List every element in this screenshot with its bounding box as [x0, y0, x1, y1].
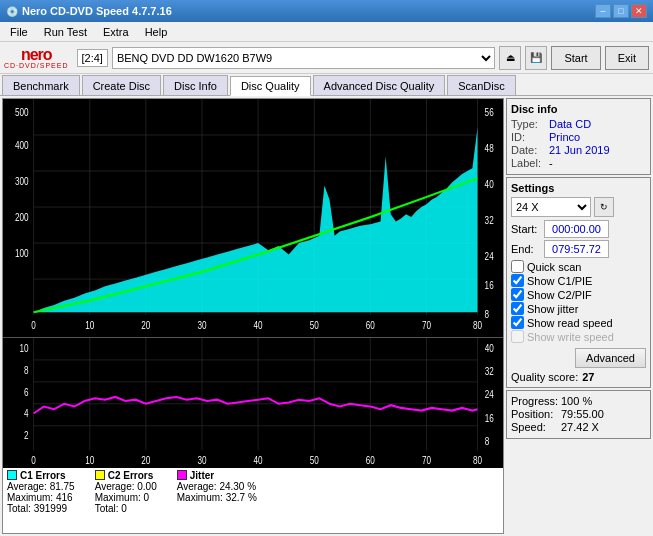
refresh-button[interactable]: ↻ [594, 197, 614, 217]
start-time-input[interactable] [544, 220, 609, 238]
disc-label-val: - [549, 157, 553, 169]
drive-label: [2:4] [77, 49, 108, 67]
svg-text:8: 8 [24, 363, 29, 375]
svg-text:100: 100 [15, 247, 29, 260]
title-bar: 💿 Nero CD-DVD Speed 4.7.7.16 – □ ✕ [0, 0, 653, 22]
tab-disc-info[interactable]: Disc Info [163, 75, 228, 95]
id-value: Princo [549, 131, 580, 143]
position-label: Position: [511, 408, 561, 420]
legend-c2: C2 Errors Average: 0.00 Maximum: 0 Total… [95, 470, 157, 514]
quick-scan-row: Quick scan [511, 260, 646, 273]
end-time-input[interactable] [544, 240, 609, 258]
charts-area: 500 400 300 200 100 56 48 40 32 24 16 8 … [2, 98, 504, 534]
advanced-button[interactable]: Advanced [575, 348, 646, 368]
bottom-chart: 10 8 6 4 2 40 32 24 16 8 0 10 20 30 40 [3, 338, 503, 468]
svg-text:32: 32 [485, 214, 494, 227]
svg-text:32: 32 [485, 364, 494, 376]
tab-disc-quality[interactable]: Disc Quality [230, 76, 311, 96]
show-read-speed-label: Show read speed [527, 317, 613, 329]
quick-scan-checkbox[interactable] [511, 260, 524, 273]
top-chart: 500 400 300 200 100 56 48 40 32 24 16 8 … [3, 99, 503, 338]
show-c1-label: Show C1/PIE [527, 275, 592, 287]
svg-text:6: 6 [24, 385, 29, 397]
svg-text:70: 70 [422, 319, 431, 332]
svg-text:48: 48 [485, 142, 494, 155]
jitter-max: Maximum: 32.7 % [177, 492, 257, 503]
date-label: Date: [511, 144, 549, 156]
quality-score-row: Quality score: 27 [511, 371, 646, 383]
show-write-speed-checkbox[interactable] [511, 330, 524, 343]
top-chart-svg: 500 400 300 200 100 56 48 40 32 24 16 8 … [3, 99, 503, 337]
speed-row: 24 X 4 X 8 X 16 X 32 X 48 X Max ↻ [511, 197, 646, 217]
svg-text:60: 60 [366, 454, 375, 466]
show-c2-label: Show C2/PIF [527, 289, 592, 301]
menu-help[interactable]: Help [139, 24, 174, 40]
progress-value: 100 % [561, 395, 592, 407]
svg-text:30: 30 [197, 319, 206, 332]
speed-value: 27.42 X [561, 421, 599, 433]
svg-text:10: 10 [85, 454, 94, 466]
svg-text:20: 20 [141, 454, 150, 466]
eject-button[interactable]: ⏏ [499, 46, 521, 70]
nero-sub: CD·DVD/SPEED [4, 62, 69, 69]
svg-text:80: 80 [473, 454, 482, 466]
tab-advanced-disc-quality[interactable]: Advanced Disc Quality [313, 75, 446, 95]
settings-box: Settings 24 X 4 X 8 X 16 X 32 X 48 X Max… [506, 177, 651, 388]
show-read-speed-checkbox[interactable] [511, 316, 524, 329]
svg-text:4: 4 [24, 407, 29, 419]
disc-disc-label-row: Label: - [511, 157, 646, 169]
settings-title: Settings [511, 182, 646, 194]
c2-label: C2 Errors [108, 470, 154, 481]
progress-box: Progress: 100 % Position: 79:55.00 Speed… [506, 390, 651, 439]
show-write-speed-row: Show write speed [511, 330, 646, 343]
menu-run-test[interactable]: Run Test [38, 24, 93, 40]
show-jitter-checkbox[interactable] [511, 302, 524, 315]
c2-color-box [95, 470, 105, 480]
svg-text:24: 24 [485, 250, 494, 263]
tab-create-disc[interactable]: Create Disc [82, 75, 161, 95]
maximize-button[interactable]: □ [613, 4, 629, 18]
svg-text:50: 50 [310, 454, 319, 466]
type-label: Type: [511, 118, 549, 130]
minimize-button[interactable]: – [595, 4, 611, 18]
disc-info-box: Disc info Type: Data CD ID: Princo Date:… [506, 98, 651, 175]
show-jitter-label: Show jitter [527, 303, 578, 315]
menu-extra[interactable]: Extra [97, 24, 135, 40]
c1-max: Maximum: 416 [7, 492, 75, 503]
legend-area: C1 Errors Average: 81.75 Maximum: 416 To… [3, 468, 503, 533]
svg-text:24: 24 [485, 388, 495, 400]
c1-color-box [7, 470, 17, 480]
show-c1-checkbox[interactable] [511, 274, 524, 287]
bottom-chart-svg: 10 8 6 4 2 40 32 24 16 8 0 10 20 30 40 [3, 338, 503, 468]
close-button[interactable]: ✕ [631, 4, 647, 18]
chart-wrapper: 500 400 300 200 100 56 48 40 32 24 16 8 … [3, 99, 503, 533]
jitter-label: Jitter [190, 470, 214, 481]
save-button[interactable]: 💾 [525, 46, 547, 70]
tab-scan-disc[interactable]: ScanDisc [447, 75, 515, 95]
quick-scan-label: Quick scan [527, 261, 581, 273]
show-c2-row: Show C2/PIF [511, 288, 646, 301]
show-c1-row: Show C1/PIE [511, 274, 646, 287]
start-button[interactable]: Start [551, 46, 600, 70]
svg-text:30: 30 [197, 454, 206, 466]
svg-text:16: 16 [485, 411, 494, 423]
end-label: End: [511, 243, 541, 255]
svg-text:40: 40 [254, 454, 263, 466]
speed-select[interactable]: 24 X 4 X 8 X 16 X 32 X 48 X Max [511, 197, 591, 217]
c2-total: Total: 0 [95, 503, 157, 514]
end-time-row: End: [511, 240, 646, 258]
toolbar: nero CD·DVD/SPEED [2:4] BENQ DVD DD DW16… [0, 42, 653, 74]
svg-text:10: 10 [19, 341, 28, 353]
show-c2-checkbox[interactable] [511, 288, 524, 301]
menu-bar: File Run Test Extra Help [0, 22, 653, 42]
tab-benchmark[interactable]: Benchmark [2, 75, 80, 95]
exit-button[interactable]: Exit [605, 46, 649, 70]
main-content: 500 400 300 200 100 56 48 40 32 24 16 8 … [0, 96, 653, 536]
svg-text:300: 300 [15, 175, 29, 188]
menu-file[interactable]: File [4, 24, 34, 40]
quality-score-label: Quality score: [511, 371, 578, 383]
svg-text:50: 50 [310, 319, 319, 332]
drive-select[interactable]: BENQ DVD DD DW1620 B7W9 [112, 47, 496, 69]
c2-max: Maximum: 0 [95, 492, 157, 503]
legend-c1: C1 Errors Average: 81.75 Maximum: 416 To… [7, 470, 75, 514]
